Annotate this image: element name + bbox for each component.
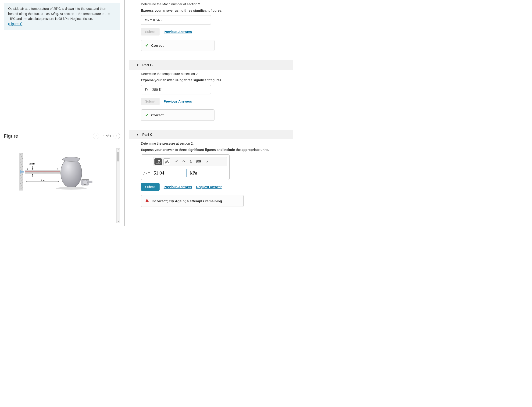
problem-statement: Outside air at a temperature of 25°C is … [4, 3, 120, 30]
partB-title: Part B [142, 63, 153, 67]
problem-var-T: T [105, 12, 107, 16]
svg-marker-22 [32, 168, 33, 170]
figure-next-button[interactable]: › [114, 133, 120, 139]
svg-marker-24 [32, 174, 33, 175]
partC-lhs: p₂ = [143, 171, 150, 175]
units-button[interactable]: μÅ [163, 158, 170, 165]
svg-point-30 [61, 158, 82, 188]
partA-previous-answers-link[interactable]: Previous Answers [164, 30, 192, 34]
partB-header[interactable]: ▼ Part B [129, 60, 293, 70]
partA-feedback-text: Correct [151, 43, 164, 47]
partB-answer-val: 380 [152, 88, 158, 92]
figure-link[interactable]: (Figure 1) [8, 22, 23, 26]
partC-submit-button[interactable]: Submit [141, 183, 160, 191]
partB-answer: T₂ = 380 K [141, 85, 211, 94]
svg-rect-36 [156, 160, 158, 163]
equation-toolbar: μÅ ↶ ↷ ↻ ⌨ ? [153, 157, 227, 166]
svg-point-32 [56, 187, 87, 189]
svg-marker-26 [26, 181, 27, 182]
figure-header: Figure ‹ 1 of 1 › [4, 131, 120, 141]
partB-prompt: Determine the temperature at section 2. [141, 71, 289, 76]
partA-answer-lhs: M₂ = [144, 18, 153, 22]
partB-answer-lhs: T₂ = [144, 88, 152, 92]
partB-previous-answers-link[interactable]: Previous Answers [164, 100, 192, 103]
partC-previous-answers-link[interactable]: Previous Answers [164, 185, 192, 189]
svg-marker-27 [58, 181, 59, 182]
svg-point-34 [83, 180, 87, 185]
partB-feedback: ✔ Correct [141, 109, 214, 121]
partC-header[interactable]: ▼ Part C [129, 130, 293, 139]
partB-submit-button[interactable]: Submit [141, 98, 160, 105]
problem-text-1: Outside air at a temperature of 25°C is … [8, 7, 106, 16]
x-icon: ✖ [145, 198, 149, 204]
svg-point-31 [63, 157, 80, 161]
partA-answer: M₂ = 0.545 [141, 15, 211, 25]
figure-prev-button[interactable]: ‹ [93, 133, 99, 139]
partC-request-answer-link[interactable]: Request Answer [196, 185, 221, 189]
figure-scrollbar[interactable]: ⌃ ⌄ [116, 148, 120, 223]
templates-icon[interactable] [154, 158, 162, 165]
partB-answer-unit: K [158, 88, 162, 92]
svg-rect-35 [88, 181, 92, 183]
partA-answer-val: 0.545 [153, 18, 161, 22]
partB-instruction: Express your answer using three signific… [141, 78, 289, 82]
keyboard-icon[interactable]: ⌨ [195, 158, 203, 165]
scroll-down-icon[interactable]: ⌄ [117, 219, 119, 223]
undo-icon[interactable]: ↶ [174, 158, 180, 165]
figure-label-2: 2 [57, 168, 58, 170]
scroll-thumb[interactable] [117, 152, 119, 161]
figure-title: Figure [4, 133, 93, 139]
caret-down-icon: ▼ [136, 63, 139, 67]
partA-feedback: ✔ Correct [141, 40, 214, 51]
check-icon: ✔ [145, 43, 148, 48]
figure-counter: 1 of 1 [103, 134, 111, 138]
figure-image: 1 2 50 mm 2 m [4, 148, 115, 195]
svg-rect-38 [158, 162, 160, 163]
help-icon[interactable]: ? [204, 158, 210, 165]
caret-down-icon: ▼ [136, 133, 139, 136]
figure-label-50mm: 50 mm [29, 163, 35, 165]
svg-rect-37 [158, 160, 160, 161]
partC-unit-input[interactable] [188, 169, 223, 177]
scroll-up-icon[interactable]: ⌃ [117, 149, 119, 152]
partA-instruction: Express your answer using three signific… [141, 9, 289, 12]
partC-prompt: Determine the pressure at section 2. [141, 141, 289, 146]
partA-prompt: Determine the Mach number at section 2. [141, 2, 289, 7]
partC-feedback: ✖ Incorrect; Try Again; 4 attempts remai… [141, 195, 244, 207]
figure-label-1: 1 [27, 168, 28, 170]
partC-input-panel: μÅ ↶ ↷ ↻ ⌨ ? p₂ = [141, 154, 230, 180]
partA-submit-button[interactable]: Submit [141, 28, 160, 36]
reset-icon[interactable]: ↻ [188, 158, 194, 165]
partC-instruction: Express your answer to three significant… [141, 148, 289, 152]
partC-title: Part C [142, 133, 153, 136]
figure-label-2m: 2 m [41, 179, 45, 181]
check-icon: ✔ [145, 113, 148, 117]
redo-icon[interactable]: ↷ [181, 158, 187, 165]
partB-feedback-text: Correct [151, 113, 164, 117]
partC-feedback-text: Incorrect; Try Again; 4 attempts remaini… [152, 199, 222, 203]
partC-value-input[interactable] [152, 169, 187, 177]
